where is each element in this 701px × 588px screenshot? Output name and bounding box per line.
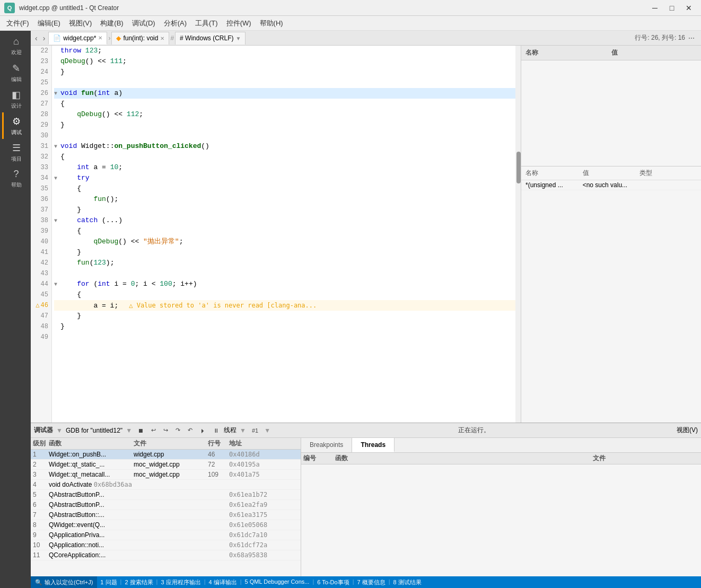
- cs-lineno-1: 46: [208, 451, 229, 458]
- call-stack-row-10[interactable]: 10 QApplication::noti... 0x61dcf72a: [31, 540, 301, 550]
- statusbar-item-1[interactable]: 2 搜索结果: [121, 578, 156, 586]
- token-str: "抛出异常": [143, 238, 179, 245]
- fold-empty-32: [54, 152, 60, 163]
- debug-view-btn[interactable]: 视图(V): [677, 426, 698, 435]
- call-stack-row-6[interactable]: 6 QAbstractButtonP... 0x61ea2fa9: [31, 500, 301, 510]
- tab-forward-button[interactable]: ›: [41, 33, 48, 43]
- tab-widget-cpp-close[interactable]: ✕: [98, 35, 102, 41]
- close-button[interactable]: ✕: [681, 2, 697, 14]
- fold-empty-43: [54, 269, 60, 279]
- maximize-button[interactable]: □: [664, 2, 680, 14]
- statusbar-item-6[interactable]: 7 概要信息: [354, 578, 388, 586]
- menu-items: 文件(F)编辑(E)视图(V)构建(B)调试(D)分析(A)工具(T)控件(W)…: [2, 16, 287, 30]
- menu-item-h[interactable]: 帮助(H): [256, 16, 287, 30]
- tab-fun-int-icon: ◆: [116, 34, 121, 42]
- fold-34[interactable]: ▼: [54, 173, 60, 184]
- locals-row[interactable]: *(unsigned ... <no such valu...: [521, 180, 701, 190]
- right-panel: 名称 值 名称 值 类型 *(unsigned ... <no such val…: [521, 46, 701, 423]
- menu-item-t[interactable]: 工具(T): [191, 16, 222, 30]
- menu-item-e[interactable]: 编辑(E): [33, 16, 65, 30]
- tab-back-button[interactable]: ‹: [33, 33, 40, 43]
- fold-38[interactable]: ▼: [54, 216, 60, 226]
- call-stack-row-8[interactable]: 8 QWidget::event(Q... 0x61e05068: [31, 520, 301, 530]
- call-stack-row-1[interactable]: 1 Widget::on_pushB... widget.cpp 46 0x40…: [31, 450, 301, 460]
- fold-31[interactable]: ▼: [54, 142, 60, 152]
- debug-btn-7[interactable]: ⏸: [211, 426, 222, 435]
- menu-item-f[interactable]: 文件(F): [2, 16, 33, 30]
- fold-44[interactable]: ▼: [54, 279, 60, 290]
- line-number-40: 40: [31, 236, 51, 247]
- warn-icon-46: △: [36, 302, 39, 309]
- call-stack-row-2[interactable]: 2 Widget::qt_static_... moc_widget.cpp 7…: [31, 460, 301, 470]
- statusbar-item-0[interactable]: 1 问题: [97, 578, 120, 586]
- tab-encoding[interactable]: # Windows (CRLF) ▼: [175, 32, 246, 45]
- line-number-32: 32: [31, 152, 51, 162]
- menu-item-d[interactable]: 调试(D): [128, 16, 160, 30]
- editor-scroll-thumb[interactable]: [516, 152, 521, 183]
- fold-empty-24: [54, 67, 60, 78]
- fold-26[interactable]: ▼: [54, 89, 60, 99]
- sidebar-item-debug[interactable]: ⚙调试: [2, 112, 29, 139]
- edit-icon: ✎: [12, 63, 20, 74]
- menu-item-b[interactable]: 构建(B): [96, 16, 127, 30]
- token-kw: int: [77, 163, 89, 171]
- debug-btn-3[interactable]: ↪: [161, 426, 171, 435]
- debug-toolbar-label: 调试器: [34, 426, 53, 435]
- menu-item-a[interactable]: 分析(A): [160, 16, 191, 30]
- statusbar-item-4[interactable]: 5 QML Debugger Cons...: [242, 578, 313, 586]
- sidebar-item-design[interactable]: ◧设计: [2, 86, 29, 112]
- cs-addr-2: 0x40195a: [229, 461, 299, 468]
- menubar: 文件(F)编辑(E)视图(V)构建(B)调试(D)分析(A)工具(T)控件(W)…: [0, 16, 701, 31]
- bottom-content: 级别 函数 文件 行号 地址 1 Widget::on_pushB... wid…: [31, 438, 701, 576]
- debug-btn-2[interactable]: ↩: [148, 426, 159, 435]
- debug-btn-4[interactable]: ↷: [173, 426, 183, 435]
- line-number-30: 30: [31, 130, 51, 141]
- token-fn2: fun: [77, 259, 89, 267]
- call-stack-row-9[interactable]: 9 QApplicationPriva... 0x61dc7a10: [31, 530, 301, 540]
- token-fn2: fun: [93, 195, 106, 203]
- watch-val-col: 值: [611, 48, 697, 57]
- editor-scrollbar[interactable]: [515, 46, 521, 423]
- menu-item-w[interactable]: 控件(W): [222, 16, 256, 30]
- call-stack-row-4[interactable]: 4 void doActivate 0x68bd36aa: [31, 480, 301, 490]
- project-icon: ☰: [12, 142, 21, 154]
- menu-item-v[interactable]: 视图(V): [65, 16, 96, 30]
- code-editor[interactable]: 2223242526272829303132333435363738394041…: [31, 46, 521, 423]
- statusbar-item-7[interactable]: 8 测试结果: [390, 578, 425, 586]
- call-stack-row-5[interactable]: 5 QAbstractButtonP... 0x61ea1b72: [31, 490, 301, 500]
- tab-fun-int-close[interactable]: ✕: [160, 36, 164, 41]
- debug-btn-1[interactable]: ⏹: [135, 426, 146, 435]
- minimize-button[interactable]: ─: [647, 2, 663, 14]
- code-lines[interactable]: throw 123; qDebug() << 111; } ▼void fun(…: [52, 46, 515, 423]
- sidebar-item-help[interactable]: ?帮助: [2, 165, 29, 192]
- statusbar-item-5[interactable]: 6 To-Do事项: [314, 578, 352, 586]
- sidebar-item-welcome[interactable]: ⌂欢迎: [2, 33, 29, 59]
- sidebar-item-edit[interactable]: ✎编辑: [2, 59, 29, 86]
- help-icon: ?: [13, 169, 19, 180]
- thread-num[interactable]: #1: [249, 426, 261, 435]
- sidebar-item-project[interactable]: ☰项目: [2, 139, 29, 165]
- debug-btn-5[interactable]: ↶: [185, 426, 195, 435]
- call-stack-row-7[interactable]: 7 QAbstractButton::... 0x61ea3175: [31, 510, 301, 520]
- debug-btn-6[interactable]: ⏵: [197, 426, 208, 435]
- cs-header-line: 行号: [208, 439, 229, 448]
- token-num: 123: [93, 259, 106, 267]
- line-number-47: 47: [31, 311, 51, 321]
- tab-fun-int[interactable]: ◆ fun(int): void ✕: [111, 32, 169, 45]
- line-number-48: 48: [31, 321, 51, 332]
- content-area: ‹ › 📄 widget.cpp* ✕ › ◆ fun(int): void ✕…: [31, 31, 701, 588]
- tab-info-more[interactable]: ⋯: [688, 34, 695, 42]
- statusbar-item-3[interactable]: 4 编译输出: [206, 578, 240, 586]
- breakpoints-tab[interactable]: Breakpoints: [301, 438, 352, 452]
- call-stack-row-11[interactable]: 11 QCoreApplication:... 0x68a95838: [31, 550, 301, 560]
- design-icon: ◧: [12, 89, 21, 101]
- tab-widget-cpp[interactable]: 📄 widget.cpp* ✕: [48, 32, 107, 45]
- line-number-33: 33: [31, 162, 51, 173]
- tab-encoding-dropdown[interactable]: ▼: [235, 36, 241, 41]
- threads-tab[interactable]: Threads: [352, 438, 395, 452]
- statusbar-item-2[interactable]: 3 应用程序输出: [157, 578, 204, 586]
- call-stack-row-3[interactable]: 3 Widget::qt_metacall... moc_widget.cpp …: [31, 470, 301, 480]
- debug-status: 正在运行。: [458, 426, 490, 435]
- token-num: 112: [127, 110, 139, 118]
- cursor-position: 行号: 26, 列号: 16: [635, 33, 685, 42]
